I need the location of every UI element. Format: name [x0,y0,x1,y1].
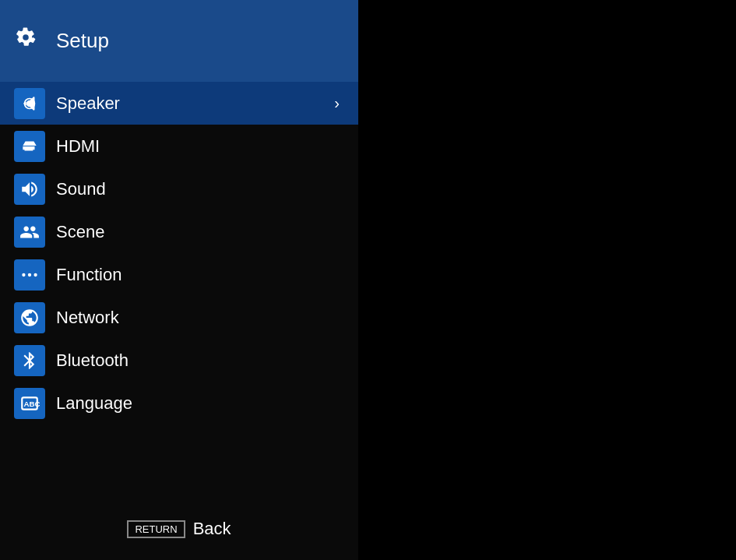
network-label: Network [56,308,344,328]
speaker-label: Speaker [56,93,323,114]
hdmi-icon [14,131,45,162]
setup-header[interactable]: Setup [0,0,358,82]
function-icon [14,259,45,291]
sound-label: Sound [56,179,344,199]
menu-item-function[interactable]: Function [0,253,358,296]
menu-item-bluetooth[interactable]: Bluetooth [0,339,358,382]
scene-icon [14,217,45,248]
speaker-chevron: › [334,94,340,112]
menu-list: Speaker › HDMI Sound [0,82,358,498]
language-icon: ABC [14,388,45,419]
speaker-icon [14,88,45,119]
menu-item-language[interactable]: ABC Language [0,382,358,424]
svg-point-2 [28,102,30,104]
menu-item-network[interactable]: Network [0,296,358,339]
svg-point-3 [22,273,25,276]
bluetooth-label: Bluetooth [56,350,344,371]
scene-label: Scene [56,222,344,242]
menu-item-sound[interactable]: Sound [0,167,358,210]
bluetooth-icon [14,345,45,376]
hdmi-label: HDMI [56,136,344,157]
sound-icon [14,174,45,205]
svg-point-5 [33,273,37,276]
return-badge: RETURN [127,520,185,538]
setup-title: Setup [56,29,109,53]
function-label: Function [56,265,344,285]
language-label: Language [56,393,344,414]
menu-item-scene[interactable]: Scene [0,210,358,253]
menu-item-speaker[interactable]: Speaker › [0,82,358,125]
sidebar: Setup Speaker › [0,0,358,560]
svg-text:ABC: ABC [23,400,40,408]
footer: RETURN Back [0,498,358,560]
main-container: Setup Speaker › [0,0,736,560]
menu-item-hdmi[interactable]: HDMI [0,125,358,167]
gear-icon [16,27,44,55]
network-icon [14,302,45,333]
back-label: Back [193,519,231,539]
svg-point-4 [28,273,31,276]
